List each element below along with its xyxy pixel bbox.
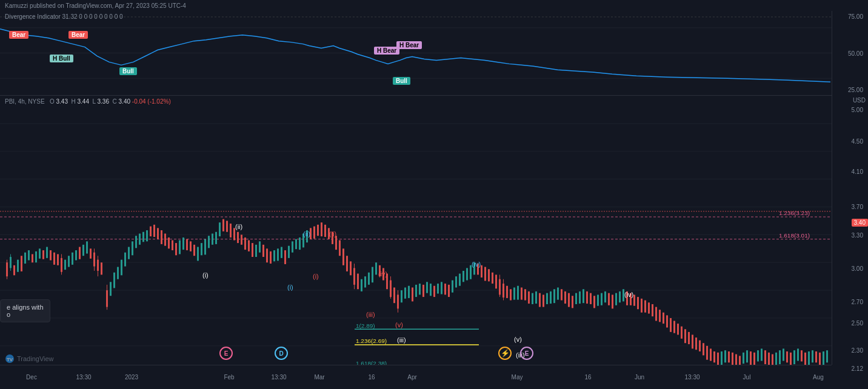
svg-rect-219 (699, 341, 701, 351)
time-1330-3: 13:30 (684, 374, 699, 381)
tooltip-text: e aligns with (7, 304, 44, 311)
svg-rect-156 (477, 264, 479, 274)
tv-watermark: TV TradingView (5, 354, 54, 364)
svg-rect-251 (815, 351, 817, 362)
time-aug: Aug (813, 374, 824, 381)
svg-rect-114 (335, 236, 337, 250)
svg-rect-22 (13, 265, 15, 276)
svg-rect-238 (768, 353, 770, 365)
svg-rect-151 (459, 274, 461, 286)
svg-rect-170 (521, 287, 522, 299)
time-dec: Dec (26, 374, 37, 381)
indicator-label: Divergence Indicator 31.32 0 0 0 0 0 0 0… (5, 13, 123, 20)
time-1330-2: 13:30 (271, 374, 286, 381)
svg-rect-127 (379, 265, 381, 276)
svg-rect-211 (670, 318, 672, 332)
main-chart: PBI, 4h, NYSE O 3.43 H 3.44 L 3.36 C 3.4… (0, 96, 832, 365)
svg-rect-150 (455, 276, 457, 287)
svg-rect-80 (212, 234, 213, 245)
svg-rect-69 (172, 241, 173, 251)
svg-rect-55 (121, 260, 122, 276)
svg-rect-49 (101, 262, 102, 274)
price-3-3: 3.30 (852, 232, 866, 239)
svg-rect-193 (604, 291, 606, 302)
svg-rect-89 (244, 238, 246, 250)
svg-rect-61 (142, 232, 144, 242)
svg-rect-53 (113, 273, 115, 288)
svg-rect-166 (506, 286, 508, 298)
svg-rect-142 (426, 282, 428, 293)
svg-rect-154 (470, 265, 472, 279)
svg-rect-173 (532, 293, 533, 304)
svg-rect-83 (222, 219, 224, 231)
svg-text:1(2.89): 1(2.89) (356, 322, 375, 329)
svg-rect-91 (252, 243, 253, 257)
price-3-7: 3.70 (852, 204, 866, 210)
svg-rect-205 (648, 302, 650, 313)
svg-rect-104 (299, 238, 301, 250)
svg-rect-75 (193, 245, 195, 256)
tv-logo-icon: TV (5, 354, 15, 364)
svg-rect-64 (153, 225, 155, 237)
svg-rect-126 (375, 262, 377, 274)
svg-text:TV: TV (7, 357, 13, 362)
svg-rect-31 (46, 247, 48, 258)
svg-rect-192 (601, 293, 603, 305)
svg-rect-198 (623, 289, 624, 301)
indicator-price-axis: 75.00 50.00 25.00 (832, 11, 868, 96)
svg-rect-213 (677, 324, 679, 334)
time-1330-1: 13:30 (76, 374, 91, 381)
svg-rect-72 (182, 238, 184, 250)
svg-rect-177 (546, 293, 548, 304)
signal-bull-2: Bull (393, 77, 410, 85)
svg-rect-121 (357, 274, 359, 290)
svg-rect-241 (779, 350, 781, 364)
header-bar: Kamuzzi published on TradingView.com, Ap… (0, 0, 868, 11)
svg-rect-178 (550, 291, 552, 304)
svg-rect-148 (448, 285, 450, 297)
svg-rect-87 (237, 232, 239, 243)
svg-rect-202 (637, 297, 639, 309)
signal-h-bear-2: H Bear (396, 41, 422, 49)
svg-rect-65 (157, 228, 159, 239)
svg-rect-201 (633, 294, 635, 305)
svg-rect-180 (557, 287, 559, 299)
svg-rect-149 (452, 281, 453, 293)
time-feb: Feb (224, 374, 234, 381)
svg-rect-254 (826, 350, 828, 362)
svg-rect-185 (575, 293, 577, 304)
svg-rect-124 (368, 273, 370, 285)
svg-rect-42 (82, 245, 84, 256)
svg-rect-143 (430, 284, 432, 296)
ind-price-50: 50.00 (835, 50, 866, 57)
svg-rect-215 (684, 329, 686, 343)
svg-rect-82 (219, 222, 221, 236)
svg-rect-110 (321, 222, 322, 236)
svg-rect-137 (408, 286, 410, 298)
svg-rect-207 (655, 307, 657, 321)
time-2023: 2023 (125, 374, 138, 381)
svg-rect-116 (342, 248, 344, 265)
svg-rect-68 (168, 238, 170, 248)
svg-rect-225 (721, 351, 723, 365)
time-16-2: 16 (584, 374, 591, 381)
svg-rect-248 (804, 353, 806, 365)
svg-rect-200 (630, 293, 632, 305)
svg-rect-132 (393, 287, 395, 303)
svg-rect-196 (615, 293, 617, 305)
svg-rect-92 (255, 245, 257, 257)
svg-rect-235 (757, 350, 759, 361)
svg-rect-187 (583, 289, 584, 303)
svg-rect-96 (270, 251, 272, 264)
svg-rect-23 (17, 260, 19, 272)
svg-text:1.236(3.23): 1.236(3.23) (779, 210, 810, 217)
svg-rect-171 (524, 289, 526, 300)
svg-rect-37 (64, 260, 66, 270)
svg-rect-199 (626, 291, 628, 305)
svg-rect-186 (579, 291, 581, 304)
svg-rect-101 (288, 246, 290, 258)
svg-rect-109 (317, 225, 319, 236)
svg-rect-145 (437, 284, 439, 294)
time-may: May (512, 374, 523, 381)
svg-rect-70 (175, 243, 177, 255)
